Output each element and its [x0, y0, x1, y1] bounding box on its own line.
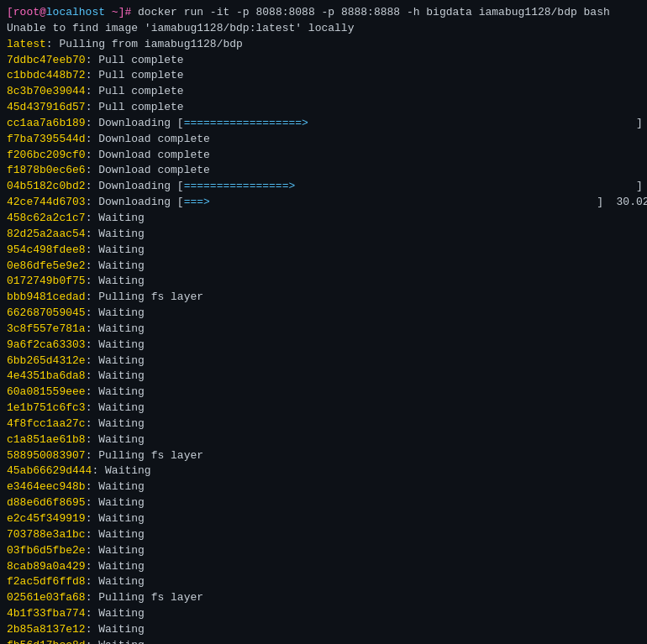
- action-text: : Waiting: [86, 228, 145, 240]
- status-line: 1e1b751c6fc3: Waiting: [7, 401, 640, 416]
- action-text: : Waiting: [86, 306, 145, 319]
- action-text: : Downloading [: [86, 196, 184, 208]
- layer-id: 7ddbc47eeb70: [7, 54, 86, 66]
- layer-id: c1a851ae61b8: [7, 433, 86, 446]
- status-line: e3464eec948b: Waiting: [7, 479, 640, 495]
- status-line: 458c62a2c1c7: Waiting: [7, 211, 640, 227]
- layer-id: bbb9481cedad: [7, 291, 86, 303]
- status-line: 4f8fcc1aa27c: Waiting: [7, 416, 640, 432]
- action-text: : Waiting: [86, 639, 145, 644]
- action-text: : Pulling fs layer: [86, 291, 203, 303]
- layer-id: 4f8fcc1aa27c: [7, 417, 86, 430]
- status-line: 0172749b0f75: Waiting: [7, 274, 640, 290]
- action-text: : Waiting: [86, 369, 145, 382]
- action-suffix: ]: [308, 117, 647, 129]
- action-text: : Waiting: [86, 212, 145, 224]
- error-text: Unable to find image 'iamabug1128/bdp:la…: [7, 22, 354, 34]
- status-line: 82d25a2aac54: Waiting: [7, 227, 640, 243]
- action-text: : Waiting: [86, 496, 145, 509]
- status-line: 954c498fdee8: Waiting: [7, 243, 640, 259]
- size-info: 30.02MB/422.7MB: [617, 196, 647, 208]
- layer-id: 45d437916d57: [7, 101, 86, 113]
- status-line: c1a851ae61b8: Waiting: [7, 432, 640, 448]
- action-text: : Waiting: [86, 575, 145, 588]
- layer-id: 0e86dfe5e9e2: [7, 259, 86, 272]
- status-line: 4b1f33fba774: Waiting: [7, 606, 640, 622]
- layer-id: f7ba7395544d: [7, 133, 86, 145]
- layer-id: 03fb6d5fbe2e: [7, 544, 86, 557]
- layer-id: cc1aa7a6b189: [7, 117, 86, 129]
- layer-id: 1e1b751c6fc3: [7, 401, 86, 414]
- status-line: 662687059045: Waiting: [7, 306, 640, 322]
- layer-id: 0172749b0f75: [7, 275, 86, 287]
- layer-id: 4b1f33fba774: [7, 607, 86, 620]
- status-line: 3c8f557e781a: Waiting: [7, 322, 640, 338]
- layer-id: e2c45f349919: [7, 512, 86, 525]
- status-line: 60a081559eee: Waiting: [7, 385, 640, 401]
- layer-id: 4e4351ba6da8: [7, 369, 86, 382]
- action-text: : Waiting: [86, 354, 145, 367]
- action-text: : Waiting: [86, 243, 145, 256]
- status-line: 9a6f2ca63303: Waiting: [7, 338, 640, 353]
- action-text: : Waiting: [86, 528, 145, 541]
- action-text: : Waiting: [86, 607, 145, 620]
- progress-line-3: 42ce744d6703: Downloading [===> ] 30.02M…: [7, 195, 640, 211]
- action-text: : Waiting: [86, 385, 145, 398]
- action-text: : Waiting: [86, 623, 145, 636]
- layer-id: c1bbdc448b72: [7, 69, 86, 81]
- action-text: : Waiting: [92, 464, 150, 477]
- action-text: : Waiting: [86, 512, 145, 525]
- status-line: e2c45f349919: Waiting: [7, 511, 640, 527]
- status-line: 6bb265d4312e: Waiting: [7, 353, 640, 369]
- status-line: 4e4351ba6da8: Waiting: [7, 369, 640, 385]
- action-text: : Pull complete: [86, 85, 184, 97]
- action-text: : Pulling from iamabug1128/bdp: [46, 38, 243, 50]
- status-line: 0e86dfe5e9e2: Waiting: [7, 259, 640, 275]
- action-text: : Pulling fs layer: [86, 449, 203, 462]
- prompt-user: [root@: [7, 6, 46, 18]
- pulling-from-line: latest: Pulling from iamabug1128/bdp: [7, 37, 640, 53]
- status-line: 588950083907: Pulling fs layer: [7, 448, 640, 464]
- command-line: [root@localhost ~]# docker run -it -p 80…: [7, 5, 640, 21]
- action-text: : Pull complete: [86, 101, 184, 113]
- prompt-bracket: ~]#: [105, 6, 131, 18]
- progress-line-1: cc1aa7a6b189: Downloading [=============…: [7, 116, 640, 132]
- layer-id: 703788e3a1bc: [7, 528, 86, 541]
- layer-id: 82d25a2aac54: [7, 228, 86, 240]
- action-text: : Downloading [: [86, 180, 184, 192]
- status-line: f7ba7395544d: Download complete: [7, 132, 640, 148]
- action-text: : Waiting: [86, 322, 145, 335]
- progress-bar: ===>: [184, 196, 210, 208]
- action-text: : Waiting: [86, 433, 145, 446]
- prompt-host: localhost: [46, 6, 105, 18]
- status-line: 703788e3a1bc: Waiting: [7, 527, 640, 543]
- terminal: [root@localhost ~]# docker run -it -p 80…: [0, 0, 647, 644]
- layer-id: 9a6f2ca63303: [7, 338, 86, 351]
- action-text: : Waiting: [86, 401, 145, 414]
- layer-id: 588950083907: [7, 449, 86, 462]
- action-text: : Waiting: [86, 417, 145, 430]
- layer-id: d88e6d6f8695: [7, 496, 86, 509]
- action-text: : Download complete: [86, 149, 210, 161]
- layer-id: 04b5182c0bd2: [7, 180, 86, 192]
- layer-id: 02561e03fa68: [7, 591, 86, 604]
- layer-id: 662687059045: [7, 306, 86, 319]
- progress-line-2: 04b5182c0bd2: Downloading [=============…: [7, 179, 640, 195]
- progress-bar: ================>: [184, 180, 296, 192]
- status-line: 03fb6d5fbe2e: Waiting: [7, 543, 640, 559]
- status-line: f2ac5df6ffd8: Waiting: [7, 574, 640, 590]
- layer-id: latest: [7, 38, 46, 50]
- layer-id: 60a081559eee: [7, 385, 86, 398]
- layer-id: 954c498fdee8: [7, 243, 86, 256]
- status-line: 02561e03fa68: Pulling fs layer: [7, 590, 640, 606]
- layer-id: 8cab89a0a429: [7, 560, 86, 573]
- status-line: fb56d17bcc8d: Waiting: [7, 638, 640, 644]
- layer-id: f2ac5df6ffd8: [7, 575, 86, 588]
- status-line: 2b85a8137e12: Waiting: [7, 622, 640, 638]
- progress-bar: ==================>: [184, 117, 308, 129]
- action-suffix: ]: [210, 196, 617, 208]
- action-text: : Waiting: [86, 480, 145, 493]
- action-text: : Pulling fs layer: [86, 591, 203, 604]
- status-line: d88e6d6f8695: Waiting: [7, 495, 640, 511]
- action-text: : Download complete: [86, 164, 210, 176]
